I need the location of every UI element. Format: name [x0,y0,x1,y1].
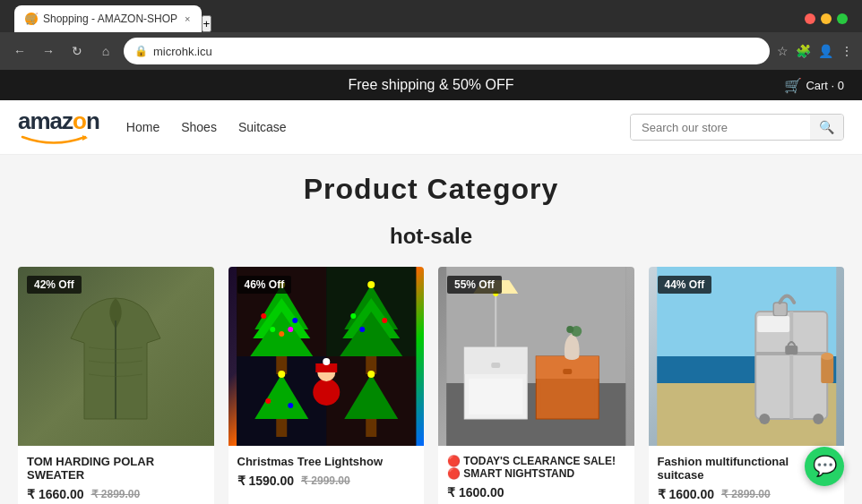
main-content: Product Category hot-sale [0,155,862,504]
svg-point-12 [261,313,266,319]
svg-rect-43 [491,363,500,368]
new-tab-button[interactable]: + [202,15,212,32]
home-button[interactable]: ⌂ [95,40,116,62]
product-card-2[interactable]: 46% Off Christmas Tree Lightshow ₹ 1590.… [228,267,425,504]
suitcase-svg [649,267,845,446]
nightstand-svg [438,267,634,446]
browser-toolbar: ← → ↻ ⌂ 🔒 ☆ 🧩 👤 ⋮ [0,32,862,70]
svg-point-15 [288,327,293,332]
svg-rect-58 [773,303,787,316]
tab-bar: 🛒 Shopping - AMAZON-SHOP × + [0,0,862,32]
cart-label: Cart · 0 [806,79,844,92]
svg-point-27 [278,371,285,378]
active-tab[interactable]: 🛒 Shopping - AMAZON-SHOP × [14,5,202,32]
svg-point-36 [323,358,330,365]
search-button[interactable]: 🔍 [810,115,843,140]
product-name-3: 🔴 TODAY'S CLEARANCE SALE! 🔴 SMART NIGHTS… [447,455,625,480]
lock-icon: 🔒 [134,45,148,57]
product-grid: 42% Off TOM HARDING POLAR SWEATER ₹ 1660… [18,267,844,504]
logo-text: amaz [18,107,73,134]
window-maximize-button[interactable] [837,13,848,24]
announcement-text: Free shipping & 50% OFF [349,77,514,93]
refresh-button[interactable]: ↻ [66,40,88,62]
original-price-4: ₹ 2899.00 [721,488,771,500]
logo-text2: n [86,107,99,134]
discount-badge-4: 44% Off [658,276,712,294]
product-card-1[interactable]: 42% Off TOM HARDING POLAR SWEATER ₹ 1660… [18,267,214,504]
nav-suitcase[interactable]: Suitcase [238,120,287,134]
sale-price-1: ₹ 1660.00 [27,487,84,501]
product-image-3 [438,267,634,446]
window-close-button[interactable] [805,13,815,24]
sweater-svg [66,285,165,428]
logo-smile [18,132,90,145]
search-bar: 🔍 [630,114,844,141]
discount-badge-2: 46% Off [237,276,292,294]
svg-point-16 [279,331,284,337]
svg-point-29 [288,403,293,408]
svg-point-62 [813,414,823,424]
discount-badge-3: 55% Off [447,276,502,294]
announcement-bar: Free shipping & 50% OFF 🛒 Cart · 0 [0,70,862,100]
bookmark-icon[interactable]: ☆ [777,44,789,58]
original-price-2: ₹ 2999.00 [301,474,350,487]
sale-price-4: ₹ 1600.00 [658,487,715,501]
svg-rect-60 [789,312,793,419]
chat-icon: 💬 [813,455,837,478]
close-tab-button[interactable]: × [185,13,190,24]
product-price-1: ₹ 1660.00 ₹ 2899.00 [27,487,205,501]
svg-rect-66 [757,316,789,332]
svg-point-65 [821,353,833,360]
product-price-4: ₹ 1600.00 ₹ 2899.00 [658,487,836,501]
sale-price-2: ₹ 1590.00 [237,474,295,488]
svg-point-33 [313,379,340,406]
account-icon[interactable]: 👤 [818,44,833,58]
window-minimize-button[interactable] [821,13,832,24]
product-name-2: Christmas Tree Lightshow [237,455,416,468]
product-price-3: ₹ 1600.00 [447,485,625,500]
cart-widget[interactable]: 🛒 Cart · 0 [784,77,844,94]
svg-point-22 [350,313,356,319]
chat-button[interactable]: 💬 [805,447,844,486]
discount-badge-1: 42% Off [27,276,82,294]
nav-home[interactable]: Home [126,120,159,134]
browser-window: 🛒 Shopping - AMAZON-SHOP × + ← → ↻ ⌂ 🔒 ☆… [0,0,862,70]
menu-icon[interactable]: ⋮ [840,44,853,58]
svg-point-14 [270,327,275,332]
extensions-icon[interactable]: 🧩 [796,44,811,58]
svg-point-32 [367,371,375,378]
sale-price-3: ₹ 1600.00 [447,485,504,500]
site-header: amazon Home Shoes Suitcase 🔍 [0,100,862,155]
product-card-3[interactable]: 55% Off 🔴 TODAY'S CLEARANCE SALE! 🔴 SMAR… [438,267,634,504]
nav-shoes[interactable]: Shoes [181,120,217,134]
back-button[interactable]: ← [9,40,30,62]
cart-icon: 🛒 [784,77,802,94]
svg-rect-47 [563,369,572,374]
svg-rect-46 [540,383,594,414]
page-title: Product Category [18,173,844,206]
lights-svg [228,267,425,446]
product-image-2 [228,267,425,446]
section-title: hot-sale [18,224,844,249]
svg-rect-64 [821,356,833,383]
svg-rect-63 [785,346,797,355]
tab-favicon: 🛒 [25,13,38,25]
forward-button[interactable]: → [38,40,59,62]
svg-point-28 [265,398,271,404]
address-bar[interactable]: 🔒 [124,38,770,64]
svg-point-24 [359,327,365,332]
main-nav: Home Shoes Suitcase [126,120,630,134]
site-content: Free shipping & 50% OFF 🛒 Cart · 0 amazo… [0,70,862,504]
product-info-1: TOM HARDING POLAR SWEATER ₹ 1660.00 ₹ 28… [18,446,214,504]
search-input[interactable] [631,115,810,140]
url-input[interactable] [153,45,759,58]
browser-actions: ☆ 🧩 👤 ⋮ [777,44,853,58]
svg-rect-31 [366,419,376,437]
product-info-2: Christmas Tree Lightshow ₹ 1590.00 ₹ 299… [228,446,425,497]
svg-rect-41 [464,347,527,374]
logo[interactable]: amazon [18,109,99,145]
original-price-1: ₹ 2899.00 [91,488,141,500]
svg-point-23 [382,318,387,323]
tab-title: Shopping - AMAZON-SHOP [43,13,177,25]
logo-o: o [73,107,86,134]
